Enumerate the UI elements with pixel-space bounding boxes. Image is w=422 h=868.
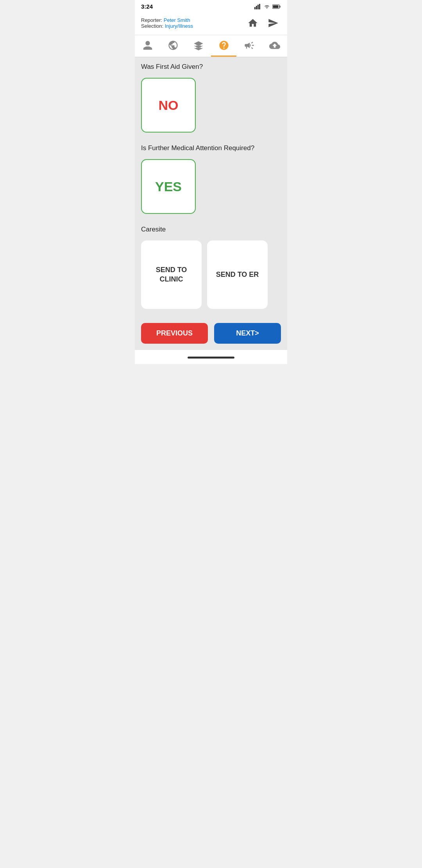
svg-rect-0 bbox=[254, 7, 256, 9]
upload-icon bbox=[269, 40, 280, 51]
caresite-clinic-text: SEND TO CLINIC bbox=[142, 262, 201, 288]
bottom-nav: PREVIOUS NEXT> bbox=[135, 317, 287, 350]
question-icon bbox=[218, 40, 229, 51]
svg-rect-2 bbox=[257, 5, 259, 9]
reporter-name: Peter Smith bbox=[164, 17, 190, 23]
tab-worker[interactable] bbox=[186, 35, 211, 57]
option-no-text: NO bbox=[159, 98, 179, 113]
medical-attention-options: YES bbox=[135, 156, 287, 220]
person-icon bbox=[142, 40, 153, 51]
globe-icon bbox=[168, 40, 179, 51]
tab-megaphone[interactable] bbox=[236, 35, 262, 57]
header-info: Reporter: Peter Smith Selection: Injury/… bbox=[141, 17, 193, 29]
tab-person[interactable] bbox=[135, 35, 160, 57]
tab-question[interactable] bbox=[211, 35, 236, 57]
status-icons bbox=[254, 4, 281, 9]
submit-icon bbox=[268, 18, 279, 29]
status-time: 3:24 bbox=[141, 3, 153, 10]
svg-rect-6 bbox=[273, 5, 279, 8]
content: Was First Aid Given? NO Is Further Medic… bbox=[135, 57, 287, 350]
svg-rect-5 bbox=[280, 5, 281, 7]
megaphone-icon bbox=[244, 40, 255, 51]
option-yes[interactable]: YES bbox=[141, 159, 196, 214]
nav-tabs bbox=[135, 35, 287, 57]
header: Reporter: Peter Smith Selection: Injury/… bbox=[135, 11, 287, 35]
home-bar bbox=[135, 350, 287, 364]
caresite-options: SEND TO CLINIC SEND TO ER bbox=[135, 237, 287, 317]
reporter-label: Reporter: bbox=[141, 17, 162, 23]
svg-rect-1 bbox=[256, 6, 257, 9]
home-icon bbox=[247, 18, 258, 29]
first-aid-label: Was First Aid Given? bbox=[135, 57, 287, 75]
home-button[interactable] bbox=[245, 15, 261, 31]
caresite-er[interactable]: SEND TO ER bbox=[207, 240, 268, 309]
tab-globe[interactable] bbox=[160, 35, 186, 57]
status-bar: 3:24 bbox=[135, 0, 287, 11]
battery-icon bbox=[272, 4, 281, 9]
caresite-label: Caresite bbox=[135, 220, 287, 237]
selection-line: Selection: Injury/Illness bbox=[141, 23, 193, 29]
selection-value: Injury/Illness bbox=[165, 23, 193, 29]
option-no[interactable]: NO bbox=[141, 78, 196, 133]
svg-rect-3 bbox=[259, 4, 260, 9]
tab-upload[interactable] bbox=[262, 35, 287, 57]
wifi-icon bbox=[264, 4, 270, 9]
selection-label: Selection: bbox=[141, 23, 163, 29]
signal-icon bbox=[254, 4, 261, 9]
reporter-line: Reporter: Peter Smith bbox=[141, 17, 193, 23]
caresite-er-text: SEND TO ER bbox=[212, 266, 263, 283]
option-yes-text: YES bbox=[155, 179, 182, 194]
submit-button[interactable] bbox=[265, 15, 281, 31]
next-button[interactable]: NEXT> bbox=[214, 323, 281, 344]
first-aid-options: NO bbox=[135, 75, 287, 139]
previous-button[interactable]: PREVIOUS bbox=[141, 323, 208, 344]
medical-attention-label: Is Further Medical Attention Required? bbox=[135, 139, 287, 156]
home-bar-indicator bbox=[188, 357, 234, 359]
caresite-clinic[interactable]: SEND TO CLINIC bbox=[141, 240, 202, 309]
worker-icon bbox=[193, 40, 204, 51]
header-buttons bbox=[245, 15, 281, 31]
